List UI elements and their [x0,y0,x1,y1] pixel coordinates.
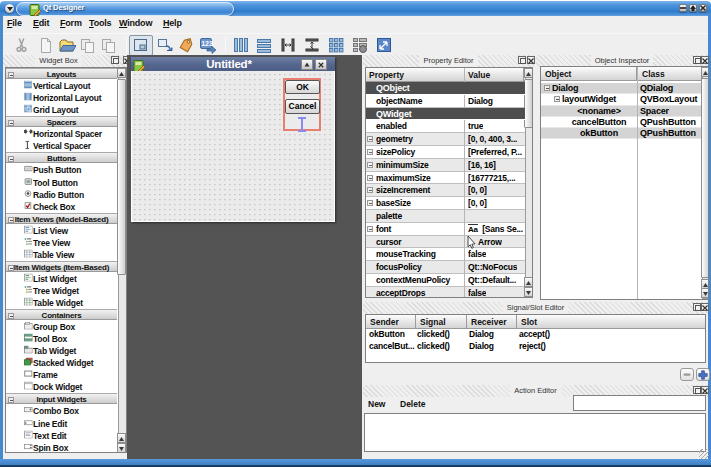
svg-text:123: 123 [201,40,213,47]
